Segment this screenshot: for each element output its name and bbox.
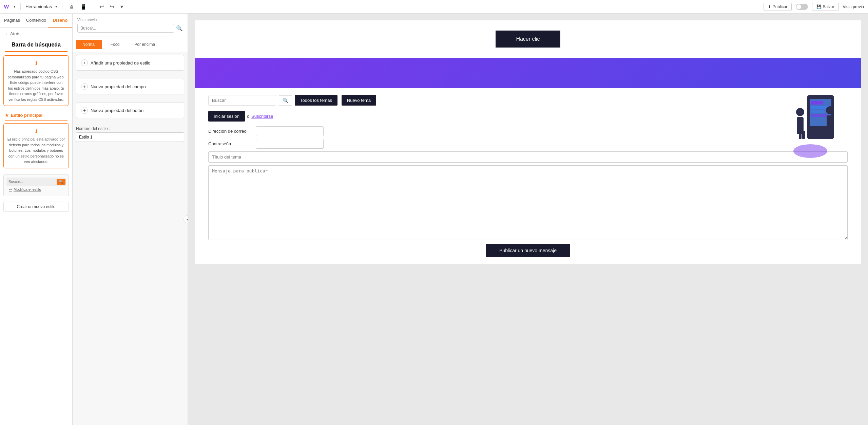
- forum-login-row: Iniciar sesión o Suscribirse: [208, 111, 848, 122]
- hacer-clic-section: Hacer clic: [195, 20, 861, 58]
- add-button-icon: +: [81, 107, 88, 114]
- modify-style-label: Modifica el estilo: [14, 187, 41, 191]
- style-name-label: Nombre del estilo :: [76, 126, 184, 131]
- forum-search-row: 🔍 Todos los temas Nuevo tema: [208, 95, 848, 106]
- style-preview-search-btn[interactable]: 🔍: [57, 179, 65, 185]
- add-style-prop-section[interactable]: + Añadir una propiedad de estilo: [76, 55, 184, 71]
- password-label: Contraseña: [208, 141, 252, 146]
- forum-message-textarea[interactable]: [208, 165, 848, 240]
- canvas-area: Hacer clic 🔍 Todos los temas Nuevo tema …: [188, 14, 868, 425]
- todos-los-temas-button[interactable]: Todos los temas: [295, 95, 337, 106]
- more-button[interactable]: ▾: [119, 3, 124, 11]
- publish-icon: ⬆: [768, 4, 771, 9]
- estilo-info-box: ℹ El estilo principal está activado por …: [3, 123, 69, 168]
- preview-button[interactable]: Vista previa: [843, 4, 864, 9]
- star-icon: ★: [5, 113, 9, 118]
- suscribirse-link[interactable]: Suscribirse: [251, 114, 273, 119]
- add-circle-icon: +: [81, 59, 88, 66]
- preview-search-button[interactable]: 🔍: [176, 25, 183, 32]
- topbar-separator2: [62, 3, 62, 10]
- purple-banner: [195, 58, 861, 88]
- add-button-prop-label: Nueva propiedad del botón: [91, 108, 143, 113]
- style-preview-box: 🔍 ✏ Modifica el estilo: [3, 174, 69, 196]
- add-style-prop-label: Añadir una propiedad de estilo: [91, 60, 150, 66]
- desktop-icon[interactable]: 🖥: [67, 3, 75, 11]
- preview-search-row: 🔍: [77, 24, 183, 33]
- main-layout: Páginas Contenido Diseño ← Atrás Barra d…: [0, 14, 868, 425]
- svg-rect-2: [811, 101, 823, 105]
- svg-rect-5: [811, 114, 827, 117]
- modify-style-link[interactable]: ✏ Modifica el estilo: [6, 186, 66, 193]
- illustration: [780, 92, 848, 160]
- password-field-row: Contraseña: [208, 139, 848, 149]
- estilo-info-text: El estilo principal está activado por de…: [7, 136, 65, 165]
- email-field-row: Dirección de correo: [208, 126, 848, 136]
- nuevo-tema-button[interactable]: Nuevo tema: [342, 95, 376, 106]
- sidebar-tabs: Páginas Contenido Diseño: [0, 14, 72, 28]
- forum-title-input[interactable]: [208, 151, 848, 163]
- herramientas-menu[interactable]: Herramientas: [25, 4, 52, 9]
- style-preview-input[interactable]: [8, 180, 55, 184]
- middle-panel: Vista previa 🔍 Normal Foco Por encima + …: [73, 14, 188, 425]
- email-label: Dirección de correo: [208, 129, 252, 134]
- estilo-principal-section: ★ Estilo principal: [0, 109, 72, 119]
- svg-rect-15: [830, 129, 833, 137]
- topbar: w ▾ Herramientas ▾ 🖥 📱 ↩ ↪ ▾ ⬆ Publicar …: [0, 0, 868, 14]
- add-field-prop-section[interactable]: + Nueva propiedad del campo: [76, 79, 184, 94]
- state-tab-over[interactable]: Por encima: [128, 40, 161, 49]
- forum-area: 🔍 Todos los temas Nuevo tema Iniciar ses…: [195, 88, 861, 264]
- herramientas-arrow[interactable]: ▾: [55, 4, 57, 9]
- preview-label: Vista previa: [77, 18, 183, 22]
- left-sidebar: Páginas Contenido Diseño ← Atrás Barra d…: [0, 14, 73, 425]
- tab-contenido[interactable]: Contenido: [24, 14, 48, 27]
- css-info-box: ℹ Has agregado código CSS personalizado …: [3, 55, 69, 106]
- svg-rect-9: [799, 131, 802, 139]
- collapse-panel-arrow[interactable]: ◀: [184, 215, 188, 223]
- tab-paginas[interactable]: Páginas: [0, 14, 24, 27]
- create-style-button[interactable]: Crear un nuevo estilo: [3, 202, 69, 212]
- add-field-icon: +: [81, 83, 88, 90]
- logo: w: [4, 3, 9, 10]
- iniciar-sesion-button[interactable]: Iniciar sesión: [208, 111, 245, 122]
- forum-search-input[interactable]: [208, 95, 276, 106]
- section-divider: [5, 120, 67, 121]
- logo-dropdown-arrow[interactable]: ▾: [14, 4, 16, 9]
- css-info-text: Has agregado código CSS personalizado pa…: [7, 69, 65, 102]
- svg-rect-4: [811, 110, 825, 113]
- back-button[interactable]: ← Atrás: [0, 28, 72, 40]
- password-input[interactable]: [256, 139, 324, 149]
- svg-point-6: [796, 108, 804, 116]
- style-name-input[interactable]: [76, 132, 184, 142]
- topbar-separator: [20, 3, 21, 10]
- publish-button[interactable]: ⬆ Publicar: [764, 3, 792, 11]
- forum-search-button[interactable]: 🔍: [279, 95, 292, 106]
- sidebar-title: Barra de búsqueda: [5, 40, 67, 52]
- mobile-icon[interactable]: 📱: [79, 3, 88, 11]
- tab-diseno[interactable]: Diseño: [48, 14, 72, 27]
- preview-section: Vista previa 🔍: [73, 14, 188, 37]
- redo-button[interactable]: ↪: [109, 3, 116, 11]
- hacer-clic-button[interactable]: Hacer clic: [496, 31, 560, 48]
- publish-toggle[interactable]: [796, 4, 808, 10]
- estilo-principal-label: Estilo principal: [11, 113, 42, 118]
- info-icon2: ℹ: [7, 127, 65, 135]
- login-o-text: o: [247, 114, 249, 119]
- svg-point-11: [826, 106, 834, 114]
- preview-search-input[interactable]: [77, 24, 174, 33]
- publish-label: Publicar: [773, 4, 787, 9]
- email-input[interactable]: [256, 126, 324, 136]
- state-tab-normal[interactable]: Normal: [76, 40, 102, 49]
- state-tab-focus[interactable]: Foco: [104, 40, 126, 49]
- save-icon: 💾: [816, 4, 822, 9]
- publicar-button[interactable]: Publicar un nuevo mensaje: [486, 244, 570, 257]
- undo-button[interactable]: ↩: [98, 3, 105, 11]
- info-icon: ℹ: [7, 59, 65, 67]
- style-name-section: Nombre del estilo :: [76, 124, 184, 145]
- topbar-right: ⬆ Publicar 💾 Salvar Vista previa: [764, 3, 864, 11]
- add-button-prop-section[interactable]: + Nueva propiedad del botón: [76, 103, 184, 118]
- state-tabs: Normal Foco Por encima: [73, 37, 188, 52]
- save-button[interactable]: 💾 Salvar: [812, 3, 838, 11]
- svg-point-16: [793, 144, 827, 158]
- add-field-prop-label: Nueva propiedad del campo: [91, 84, 146, 89]
- pencil-icon: ✏: [9, 187, 12, 192]
